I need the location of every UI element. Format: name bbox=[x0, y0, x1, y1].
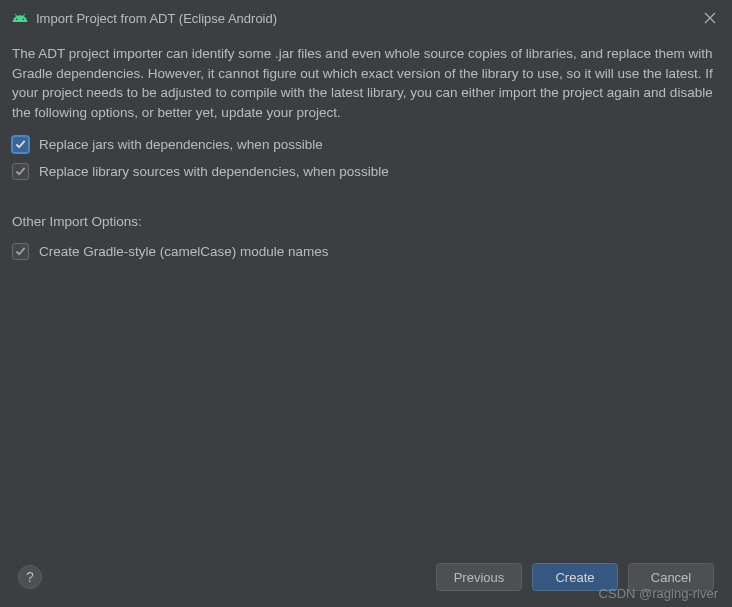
checkbox-row-camel-case[interactable]: Create Gradle-style (camelCase) module n… bbox=[12, 243, 720, 260]
checkbox-row-replace-jars[interactable]: Replace jars with dependencies, when pos… bbox=[12, 136, 720, 153]
help-icon: ? bbox=[26, 569, 34, 585]
checkmark-icon bbox=[15, 139, 26, 150]
window-title: Import Project from ADT (Eclipse Android… bbox=[36, 11, 700, 26]
checkbox-label-replace-lib-sources: Replace library sources with dependencie… bbox=[39, 164, 389, 179]
create-button[interactable]: Create bbox=[532, 563, 618, 591]
android-icon bbox=[12, 10, 28, 26]
checkbox-camel-case[interactable] bbox=[12, 243, 29, 260]
close-icon[interactable] bbox=[700, 8, 720, 28]
checkbox-replace-jars[interactable] bbox=[12, 136, 29, 153]
section-label-other-options: Other Import Options: bbox=[12, 214, 720, 229]
checkmark-icon bbox=[15, 166, 26, 177]
dialog-content: The ADT project importer can identify so… bbox=[0, 36, 732, 260]
help-button[interactable]: ? bbox=[18, 565, 42, 589]
checkbox-label-camel-case: Create Gradle-style (camelCase) module n… bbox=[39, 244, 329, 259]
checkbox-replace-lib-sources[interactable] bbox=[12, 163, 29, 180]
previous-button[interactable]: Previous bbox=[436, 563, 522, 591]
cancel-button[interactable]: Cancel bbox=[628, 563, 714, 591]
checkbox-label-replace-jars: Replace jars with dependencies, when pos… bbox=[39, 137, 323, 152]
titlebar: Import Project from ADT (Eclipse Android… bbox=[0, 0, 732, 36]
dialog-footer: ? Previous Create Cancel bbox=[0, 547, 732, 607]
description-text: The ADT project importer can identify so… bbox=[12, 44, 720, 122]
checkbox-row-replace-lib-sources[interactable]: Replace library sources with dependencie… bbox=[12, 163, 720, 180]
checkmark-icon bbox=[15, 246, 26, 257]
